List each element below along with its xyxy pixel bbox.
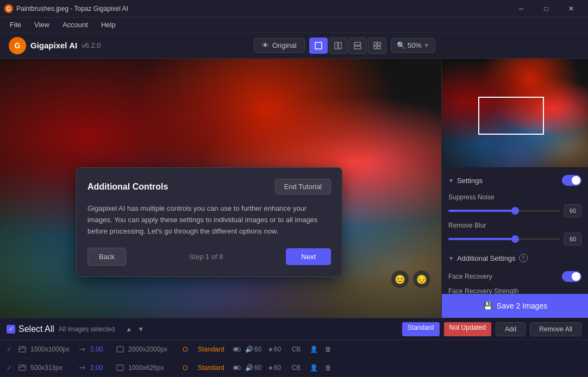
blur-icon: ◈	[268, 346, 273, 352]
split-v-view-button[interactable]	[329, 37, 347, 54]
zoom-label: 50%	[408, 41, 422, 49]
end-tutorial-button[interactable]: End Tutorial	[275, 179, 331, 194]
row2-input-size: 500x313px	[30, 364, 74, 372]
table-row: ✓ 500x313px 2.00 1000x626px Standard 🔊 6…	[0, 359, 588, 377]
window-title: Paintbrushes.jpeg - Topaz Gigapixel AI	[16, 5, 128, 12]
remove-all-button[interactable]: Remove All	[530, 322, 581, 336]
suppress-noise-value: 60	[564, 204, 581, 217]
menu-file[interactable]: File	[4, 20, 27, 30]
menu-account[interactable]: Account	[57, 20, 93, 30]
titlebar-controls: ─ □ ✕	[509, 0, 584, 17]
remove-blur-label: Remove Blur	[448, 222, 581, 229]
tutorial-body: Gigapixel AI has multiple controls you c…	[87, 203, 331, 237]
app-name: Gigapixel AI	[30, 41, 77, 50]
row1-checkbox[interactable]: ✓	[7, 345, 14, 353]
row2-output-size: 1000x626px	[128, 364, 177, 372]
svg-rect-3	[335, 42, 337, 49]
row2-blur-val: 60	[274, 364, 281, 372]
additional-settings-header[interactable]: ▼ Additional Settings ?	[448, 250, 581, 266]
row1-face-icon: 👤	[310, 345, 321, 353]
tutorial-overlay: Additional Controls End Tutorial Gigapix…	[76, 167, 342, 277]
original-button[interactable]: 👁 Original	[254, 38, 305, 53]
settings-section-title: Settings	[457, 177, 483, 185]
close-button[interactable]: ✕	[559, 0, 584, 17]
suppress-noise-slider[interactable]	[448, 210, 560, 212]
image-icon	[18, 345, 26, 353]
face-recovery-row: Face Recovery	[448, 271, 581, 282]
image-icon	[18, 364, 26, 372]
sort-buttons: ▲ ▼	[123, 324, 146, 335]
row2-delete-button[interactable]: 🗑	[325, 364, 336, 372]
standard-badge[interactable]: Standard	[402, 322, 440, 336]
row2-model: Standard	[193, 363, 229, 373]
single-view-button[interactable]	[309, 37, 328, 54]
thumbnail-area	[442, 59, 588, 167]
add-button[interactable]: Add	[496, 322, 526, 336]
save-button[interactable]: 💾 Save 2 Images	[442, 294, 588, 318]
header-center: 👁 Original 🔍 50% ▼	[110, 37, 579, 54]
select-all-label[interactable]: Select All	[18, 324, 54, 334]
settings-title-row: ▼ Settings	[448, 177, 483, 185]
sort-down-button[interactable]: ▼	[135, 324, 146, 335]
row2-blur: ◈ 60	[268, 364, 287, 372]
row1-delete-button[interactable]: 🗑	[325, 345, 336, 353]
zoom-icon: 🔍	[397, 41, 405, 49]
bottom-bar: ✓ Select All All images selected ▲ ▼ Sta…	[0, 318, 588, 340]
row1-cb: CB	[292, 345, 305, 353]
happy-emoji-button[interactable]: 😊	[391, 271, 409, 288]
split-h-view-button[interactable]	[348, 37, 367, 54]
next-button[interactable]: Next	[286, 248, 331, 265]
suppress-noise-thumb[interactable]	[511, 207, 519, 215]
remove-blur-slider[interactable]	[448, 238, 560, 240]
settings-section-header[interactable]: ▼ Settings	[448, 172, 581, 189]
row2-scale: 2.00	[90, 364, 112, 372]
select-all-area: ✓ Select All	[7, 324, 54, 334]
header: G Gigapixel AI v6.2.0 👁 Original	[0, 33, 588, 59]
suppress-noise-row: Suppress Noise 60	[448, 193, 581, 217]
menu-help[interactable]: Help	[96, 20, 121, 30]
row2-checkbox[interactable]: ✓	[7, 364, 14, 372]
row1-input-size: 1000x1000px	[30, 345, 74, 353]
quad-view-button[interactable]	[368, 37, 386, 54]
sad-emoji-button[interactable]: 😔	[413, 271, 430, 288]
zoom-control[interactable]: 🔍 50% ▼	[391, 38, 435, 53]
svg-rect-6	[354, 46, 361, 49]
remove-blur-thumb[interactable]	[511, 235, 519, 243]
row1-output-size: 2000x2000px	[128, 345, 177, 353]
back-button[interactable]: Back	[87, 248, 126, 266]
additional-settings-help-icon[interactable]: ?	[519, 254, 528, 262]
select-all-checkbox[interactable]: ✓	[7, 325, 15, 334]
eye-icon: 👁	[262, 41, 269, 49]
thumbnail-viewport-rect	[478, 97, 544, 135]
row2-noise-val: 60	[254, 364, 261, 372]
not-updated-badge[interactable]: Not Updated	[444, 322, 491, 336]
single-view-icon	[314, 41, 323, 50]
row2-face-icon: 👤	[310, 364, 321, 372]
noise-meter-icon	[233, 345, 241, 353]
menubar: File View Account Help	[0, 17, 588, 33]
face-recovery-toggle[interactable]	[562, 271, 581, 282]
bottom-right-actions: Standard Not Updated Add Remove All	[402, 322, 581, 336]
step-label: Step 1 of 8	[189, 253, 223, 261]
row1-blur: ◈ 60	[268, 345, 287, 353]
zoom-chevron-icon: ▼	[424, 42, 429, 48]
maximize-button[interactable]: □	[534, 0, 559, 17]
panel-section: ▼ Settings Suppress Noise 60	[442, 167, 588, 294]
scale-icon	[78, 364, 86, 372]
svg-rect-11	[19, 347, 26, 352]
suppress-noise-label: Suppress Noise	[448, 193, 581, 201]
all-images-selected-label: All images selected	[59, 325, 115, 333]
row1-model: Standard	[193, 344, 229, 354]
output-icon	[116, 364, 124, 372]
settings-toggle[interactable]	[562, 175, 581, 186]
remove-blur-row: Remove Blur 60	[448, 222, 581, 246]
quad-icon	[373, 41, 381, 50]
sort-up-button[interactable]: ▲	[123, 324, 134, 335]
svg-text:G: G	[7, 6, 11, 12]
menu-view[interactable]: View	[29, 20, 55, 30]
right-panel: ▼ Settings Suppress Noise 60	[441, 59, 588, 318]
row2-noise: 🔊 60	[245, 364, 264, 372]
tutorial-title: Additional Controls	[87, 182, 168, 192]
minimize-button[interactable]: ─	[509, 0, 534, 17]
row1-scale: 2.00	[90, 345, 112, 353]
